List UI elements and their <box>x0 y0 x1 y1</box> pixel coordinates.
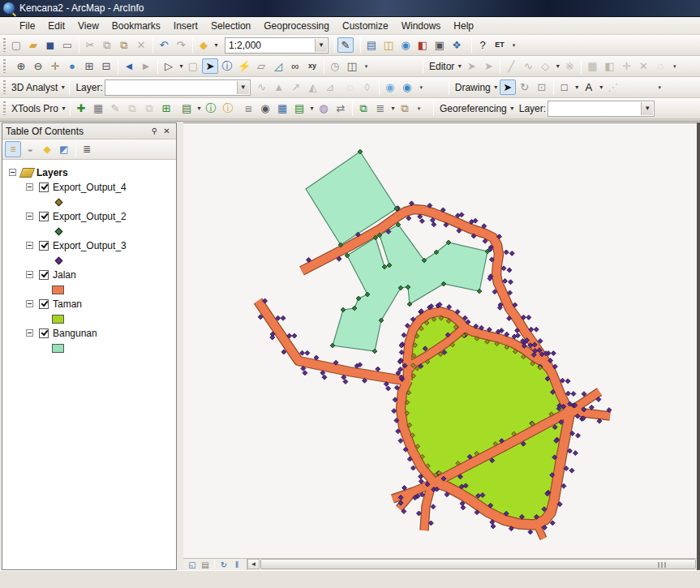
xtools-paste-icon[interactable]: ⧉ <box>397 101 413 116</box>
find-icon[interactable]: ∞ <box>287 58 303 74</box>
layer-name[interactable]: Taman <box>53 298 82 310</box>
editor-toolbar-icon[interactable]: ✎ <box>337 37 354 53</box>
search-icon[interactable]: ◉ <box>397 37 414 53</box>
xtools-layers-icon[interactable]: ▤ <box>291 101 307 116</box>
toc-symbol-row[interactable] <box>2 254 62 268</box>
xtools-globe-icon[interactable]: ◍ <box>316 101 332 116</box>
tin-edit-icon[interactable]: ◊ <box>359 79 376 95</box>
straight-segment-icon[interactable]: ╱ <box>503 58 519 74</box>
layer-visibility-checkbox[interactable] <box>39 241 49 251</box>
collapse-icon[interactable] <box>26 212 33 220</box>
layer-name[interactable]: Export_Output_4 <box>53 182 127 193</box>
fixed-zoom-in-icon[interactable]: ⊞ <box>81 58 97 74</box>
toolbar-overflow[interactable]: ▾ <box>669 58 680 75</box>
et-geowizards-icon[interactable]: ET <box>492 37 508 53</box>
toc-options-icon[interactable]: ≣ <box>79 141 95 157</box>
title-bar[interactable]: Kencana2 - ArcMap - ArcInfo <box>0 0 700 17</box>
toc-symbol-row[interactable] <box>2 225 62 238</box>
xtools-copy-layers-icon[interactable]: ⧉ <box>355 101 371 116</box>
georeferencing-layer-combo[interactable]: ▼ <box>548 101 655 117</box>
menu-help[interactable]: Help <box>447 18 480 35</box>
zoom-graphics-icon[interactable]: ⊡ <box>534 79 550 95</box>
add-data-icon[interactable]: ◆ <box>195 37 212 53</box>
clear-selection-icon[interactable]: ▢ <box>185 58 201 74</box>
rotate-graphics-icon[interactable]: ↻ <box>517 79 533 95</box>
edit-vertices-drawing-icon[interactable]: ⋰ <box>605 79 621 95</box>
select-features-icon[interactable]: ▷ <box>161 58 177 74</box>
drawing-select-icon[interactable]: ➤ <box>500 79 516 95</box>
whats-this-icon[interactable]: ? <box>475 37 491 53</box>
menu-insert[interactable]: Insert <box>167 18 204 35</box>
toc-symbol-row[interactable] <box>2 283 64 297</box>
scroll-left-arrow[interactable]: ◄ <box>247 559 260 569</box>
html-popup-icon[interactable]: ▱ <box>253 58 269 74</box>
arcglobe-icon[interactable]: ◉ <box>399 79 415 95</box>
toc-layers-root[interactable]: Layers <box>2 165 68 179</box>
text-tool-icon[interactable]: A <box>581 79 597 95</box>
measure-icon[interactable]: ◿ <box>270 58 286 74</box>
xtools-grid-icon[interactable]: ▦ <box>274 101 290 116</box>
collapse-icon[interactable] <box>26 183 33 191</box>
layer-name[interactable]: Jalan <box>53 269 76 281</box>
point-icon[interactable]: ※ <box>561 58 578 74</box>
python-icon[interactable]: ▣ <box>432 37 448 53</box>
steepest-path-icon[interactable]: ◭ <box>305 79 321 95</box>
xtools-search-layers-icon[interactable]: ◉ <box>257 101 273 116</box>
horizontal-scrollbar[interactable]: ◄ <box>247 559 697 570</box>
layer-name[interactable]: Export_Output_2 <box>53 211 127 222</box>
toolbar-overflow[interactable]: ▾ <box>655 79 665 97</box>
interpolate-points-icon[interactable]: ↗ <box>288 79 304 95</box>
collapse-icon[interactable] <box>26 329 33 337</box>
pause-drawing-icon[interactable]: ‖ <box>230 560 243 570</box>
menu-bookmarks[interactable]: Bookmarks <box>105 18 167 35</box>
georeferencing-label[interactable]: Georeferencing <box>436 103 509 114</box>
toolbar-overflow[interactable]: ▾ <box>361 58 371 75</box>
layer-name[interactable]: Export_Output_3 <box>53 240 127 251</box>
split-icon[interactable]: ✕ <box>635 58 651 74</box>
menu-edit[interactable]: Edit <box>41 18 71 35</box>
forward-extent-icon[interactable]: ► <box>138 58 154 74</box>
threed-layer-combo[interactable]: ▼ <box>105 79 251 96</box>
menu-customize[interactable]: Customize <box>336 18 395 35</box>
collapse-icon[interactable] <box>26 271 33 278</box>
cut-icon[interactable]: ✂ <box>82 37 98 53</box>
edit-vertices-icon[interactable]: ▦ <box>584 58 600 74</box>
toc-layer-export_output_4[interactable]: Export_Output_4 <box>2 180 127 194</box>
new-map-icon[interactable]: ▢ <box>8 37 24 53</box>
xtools-note-icon[interactable]: ⓘ <box>220 101 236 116</box>
georeferencing-layer-label[interactable]: Layer: <box>516 103 548 114</box>
layout-view-icon[interactable]: ▤ <box>199 560 212 570</box>
menu-geoprocessing[interactable]: Geoprocessing <box>257 18 336 35</box>
collapse-icon[interactable] <box>9 169 16 176</box>
map-scale-combo[interactable]: 1:2,000▼ <box>225 37 329 54</box>
toc-layer-taman[interactable]: Taman <box>2 297 82 311</box>
xtools-export-layer-icon[interactable]: ▤ <box>178 101 195 116</box>
layer-name[interactable]: Bangunan <box>53 328 97 339</box>
close-icon[interactable]: ✕ <box>161 125 173 137</box>
xtools-overlap-icon[interactable]: ⧈ <box>240 101 256 116</box>
delete-icon[interactable]: ✕ <box>133 37 149 53</box>
layer-visibility-checkbox[interactable] <box>39 182 49 192</box>
xtools-transform-icon[interactable]: ⧉ <box>124 101 140 116</box>
menu-file[interactable]: File <box>13 18 41 35</box>
copy-icon[interactable]: ⧉ <box>99 37 115 53</box>
menu-windows[interactable]: Windows <box>395 18 448 35</box>
toc-layer-bangunan[interactable]: Bangunan <box>2 326 97 340</box>
toc-symbol-row[interactable] <box>2 341 64 355</box>
save-icon[interactable]: ◼ <box>42 37 58 53</box>
layer-visibility-checkbox[interactable] <box>39 328 49 338</box>
zoom-out-icon[interactable]: ⊖ <box>30 58 46 74</box>
create-tin-icon[interactable]: ◌ <box>342 79 359 95</box>
toc-symbol-row[interactable] <box>2 195 62 209</box>
xtools-refresh-icon[interactable]: ⇄ <box>333 101 349 116</box>
open-icon[interactable]: ▰ <box>25 37 41 53</box>
xtools-edit-icon[interactable]: ✎ <box>107 101 123 116</box>
toolbox-icon[interactable]: ◧ <box>414 37 431 53</box>
contour-icon[interactable]: ⊿ <box>322 79 338 95</box>
list-by-drawing-order-icon[interactable]: ≡ <box>5 141 21 157</box>
threed-analyst-label[interactable]: 3D Analyst <box>8 82 59 93</box>
threed-layer-label[interactable]: Layer: <box>72 82 104 93</box>
xtools-convert-icon[interactable]: ⧉ <box>141 101 157 116</box>
full-extent-icon[interactable]: ● <box>64 58 80 74</box>
modelbuilder-icon[interactable]: ❖ <box>449 37 465 53</box>
